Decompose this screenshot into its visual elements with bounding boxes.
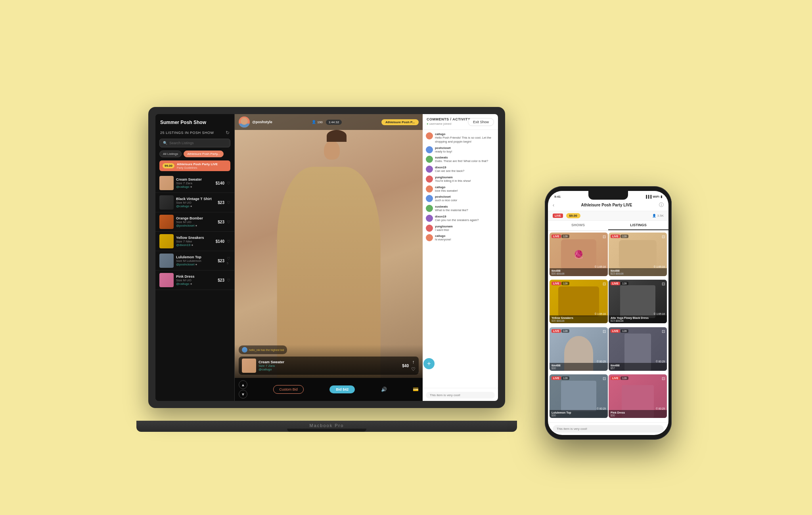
- comment-body: susbeats What is the material like?: [435, 205, 495, 212]
- comment-avatar: [426, 215, 433, 222]
- party-tag: Athleisure Posh P...: [381, 119, 419, 125]
- grid-item[interactable]: LIVE 128 ⊡ ttm498 $57 © 00:29: [609, 327, 667, 371]
- save-icon[interactable]: ⊡: [603, 329, 606, 334]
- item-duration: © 1:05:16: [595, 313, 606, 315]
- comment-avatar: [426, 146, 433, 153]
- phone-notch: [588, 191, 628, 200]
- comment-avatar: [426, 185, 433, 193]
- volume-icon[interactable]: 🔊: [381, 387, 387, 392]
- save-icon[interactable]: ⊡: [603, 282, 606, 286]
- listing-thumbnail: [159, 195, 174, 210]
- laptop-base: Macbook Pro: [136, 421, 517, 432]
- comment-entry: callugo love this sweater!: [426, 185, 495, 193]
- list-item[interactable]: Orange Bomber Size M UO@poshcloset ● $23…: [155, 212, 234, 232]
- listing-meta: Size M UO@callugo ●: [176, 278, 215, 286]
- info-button[interactable]: ⓘ: [659, 202, 664, 208]
- comment-text: Can we see the back?: [435, 169, 495, 173]
- listing-info: Pink Dress Size M UO@callugo ●: [176, 275, 215, 286]
- item-label: ttm498 $30 $55.06: [550, 268, 608, 276]
- phone-live-bar: LIVE $9.00 👤 3.5K: [548, 211, 668, 221]
- party-banner-title: Athleisure Posh Party LIVE: [177, 162, 218, 166]
- item-name: Atlo Yoga Flowy Black Dress: [611, 317, 665, 319]
- listing-meta: Size 7 Zara@callugo ●: [176, 181, 213, 189]
- sidebar-title: Summer Posh Show: [155, 114, 234, 128]
- comments-list: callugo Hello Posh Friends! This is so c…: [423, 130, 498, 388]
- list-item[interactable]: Lululemon Top Size M Lululemon@poshclose…: [155, 251, 234, 271]
- timer-badge: 1:44:32: [326, 120, 342, 125]
- list-item[interactable]: Black Vintage T Shirt Size M UO@callugo …: [155, 193, 234, 212]
- grid-item[interactable]: LIVE 128 ⊡ Lululemon Top $30 © 00:29: [550, 374, 608, 418]
- wifi-icon: WiFi: [653, 195, 659, 198]
- search-bar[interactable]: 🔍 Search Listings: [159, 139, 230, 147]
- wallet-icon[interactable]: 💳: [413, 387, 419, 392]
- heart-icon[interactable]: ♡: [227, 239, 230, 244]
- comment-username: poshcloset: [435, 146, 495, 150]
- grid-item[interactable]: LIVE 128 ⊡ Pink Dress $30 © 00:29: [609, 374, 667, 418]
- comment-input[interactable]: [426, 392, 495, 399]
- exit-show-button[interactable]: Exit Show: [468, 118, 494, 126]
- grid-item[interactable]: LIVE 128 ⊡ ttm498 $30 © 00:29: [550, 327, 608, 371]
- product-name: Cream Sweater: [259, 360, 400, 364]
- listing-name: Yellow Sneakers: [176, 236, 213, 240]
- item-label: ttm498 $57: [609, 363, 667, 371]
- listing-info: Orange Bomber Size M UO@poshcloset ●: [176, 216, 215, 227]
- arrow-up-button[interactable]: ▲: [239, 380, 247, 389]
- comment-entry: callugo Hello Posh Friends! This is so c…: [426, 132, 495, 144]
- phone-comment-input[interactable]: [553, 425, 664, 433]
- save-icon[interactable]: ⊡: [662, 376, 665, 381]
- refresh-icon[interactable]: ↻: [226, 130, 230, 135]
- heart-icon[interactable]: ♡: [227, 278, 230, 282]
- tab-shows[interactable]: SHOWS: [548, 221, 608, 230]
- comment-text: Can you run the sneakers again?: [435, 218, 495, 222]
- phone-grid: 🧶 LIVE 128 ⊡ ttm498 $30 $55.06 © 1:05:16: [548, 231, 668, 422]
- live-badge: LIVE: [611, 376, 620, 380]
- heart-icon[interactable]: ♡: [227, 181, 230, 185]
- item-price: $15 $55.06: [611, 319, 665, 322]
- save-icon[interactable]: ⊡: [603, 235, 606, 239]
- comment-text: love this sweater!: [435, 189, 495, 193]
- view-count: 128: [561, 376, 569, 380]
- bid-button[interactable]: Bid $42: [329, 385, 355, 393]
- comment-text: ready to buy!: [435, 150, 495, 154]
- view-count: 128: [620, 376, 628, 380]
- grid-item[interactable]: LIVE 128 ⊡ Atlo Yoga Flowy Black Dress $…: [609, 280, 667, 323]
- party-filter[interactable]: Athleisure Posh Party...: [184, 151, 224, 157]
- item-price: $30 $55.06: [552, 319, 606, 322]
- product-thumbnail: [242, 359, 256, 373]
- grid-item[interactable]: 🧶 LIVE 128 ⊡ ttm498 $30 $55.06 © 1:05:16: [550, 233, 608, 276]
- arrow-down-button[interactable]: ▼: [239, 390, 247, 399]
- filter-row: All Listings Athleisure Posh Party...: [155, 151, 234, 160]
- phone-screen: 9:41 ▐▐▐ WiFi ▮ ‹ Athleisure Posh Party …: [548, 191, 668, 435]
- heart-icon[interactable]: ♡: [227, 220, 230, 224]
- item-label: ttm498 $15 $55.06: [609, 268, 667, 276]
- tab-listings[interactable]: LISTINGS: [608, 221, 668, 230]
- comment-avatar: [426, 225, 433, 232]
- custom-bid-button[interactable]: Custom Bid: [273, 385, 304, 394]
- comment-username: callugo: [435, 185, 495, 189]
- list-item[interactable]: Yellow Sneakers Size 7 Nike@dixon19 ● $1…: [155, 232, 234, 251]
- view-count: 128: [620, 235, 628, 238]
- host-avatar: [239, 116, 250, 128]
- save-icon[interactable]: ⊡: [603, 376, 606, 381]
- grid-item[interactable]: LIVE 128 ⊡ Yellow Sneakers $30 $55.06 © …: [550, 280, 608, 323]
- share-icon[interactable]: ↑: [412, 359, 415, 365]
- all-listings-filter[interactable]: All Listings: [159, 151, 182, 157]
- live-badge: LIVE: [552, 235, 561, 238]
- heart-icon[interactable]: ♡: [411, 366, 416, 372]
- listings-container: Cream Sweater Size 7 Zara@callugo ● $140…: [155, 174, 234, 401]
- listing-thumbnail: [159, 234, 174, 248]
- comment-text: Hello Posh Friends! This is so cool. Let…: [435, 136, 495, 144]
- list-item[interactable]: Cream Sweater Size 7 Zara@callugo ● $140…: [155, 174, 234, 193]
- phone-time: 9:41: [554, 195, 561, 198]
- host-info: @poshstyle: [239, 116, 272, 128]
- heart-icon[interactable]: ♡5: [227, 256, 230, 265]
- phone-price-badge: $9.00: [566, 213, 580, 218]
- grid-item[interactable]: LIVE 128 ⊡ ttm498 $15 $55.06 © 1:05:16: [609, 233, 667, 276]
- save-icon[interactable]: ⊡: [662, 282, 665, 286]
- list-item[interactable]: Pink Dress Size M UO@callugo ● $23 ♡: [155, 271, 234, 290]
- item-price: $30 $55.06: [552, 272, 606, 275]
- save-icon[interactable]: ⊡: [662, 329, 665, 334]
- heart-icon[interactable]: ♡: [227, 200, 230, 205]
- laptop-screen: Exit Show Summer Posh Show 25 LISTINGS I…: [155, 114, 498, 401]
- save-icon[interactable]: ⊡: [662, 235, 665, 239]
